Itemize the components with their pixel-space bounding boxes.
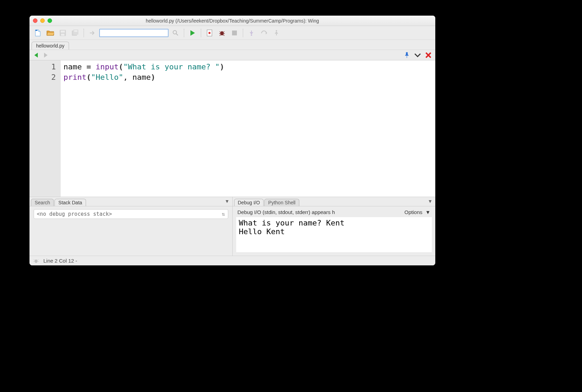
function-token: input (96, 62, 119, 71)
panel-menu-icon[interactable]: ▼ (428, 198, 433, 204)
nav-back-button[interactable] (34, 52, 38, 58)
svg-point-10 (208, 32, 211, 34)
string-token: "Hello" (91, 73, 123, 82)
pin-icon[interactable] (404, 52, 410, 58)
debug-io-description: Debug I/O (stdin, stdout, stderr) appear… (238, 209, 335, 215)
run-button[interactable] (187, 28, 198, 38)
svg-line-8 (176, 34, 178, 35)
save-all-button[interactable] (70, 28, 81, 38)
paren-token: ( (86, 73, 91, 82)
toolbar-separator (243, 29, 243, 37)
svg-line-16 (220, 35, 221, 36)
tab-search[interactable]: Search (31, 199, 54, 206)
svg-point-20 (276, 30, 277, 32)
breakpoint-button[interactable] (204, 28, 215, 38)
svg-point-19 (251, 34, 252, 36)
stack-frame-select[interactable]: <no debug process stack> ⇅ (34, 209, 228, 219)
bug-icon[interactable] (33, 258, 39, 264)
close-window-button[interactable] (33, 18, 37, 23)
svg-rect-2 (61, 31, 65, 33)
toolbar-separator (84, 29, 84, 37)
zoom-window-button[interactable] (48, 18, 52, 23)
line-gutter: 1 2 (29, 60, 61, 197)
comma-token: , (123, 73, 132, 82)
minimize-window-button[interactable] (40, 18, 45, 23)
svg-rect-6 (74, 30, 77, 32)
traffic-lights (33, 18, 52, 23)
dropdown-icon[interactable] (414, 53, 421, 57)
svg-line-23 (37, 259, 38, 261)
right-panel: Debug I/O Python Shell ▼ Debug I/O (stdi… (232, 197, 436, 256)
string-token: "What is your name? " (123, 62, 220, 71)
toolbar-separator (184, 29, 184, 37)
code-line: name = input("What is your name? ") (63, 62, 433, 72)
updown-icon: ⇅ (222, 211, 225, 217)
code-content[interactable]: name = input("What is your name? ")print… (61, 60, 435, 197)
document-tab[interactable]: helloworld.py (32, 42, 69, 50)
debug-io-output[interactable]: What is your name? Kent Hello Kent (236, 217, 432, 252)
goto-definition-button[interactable] (87, 28, 98, 38)
app-window: helloworld.py (/Users/leekent/Dropbox/Te… (29, 16, 435, 265)
left-panel-tabs: Search Stack Data ▼ (29, 197, 232, 206)
close-editor-button[interactable] (426, 52, 431, 58)
tab-debug-io[interactable]: Debug I/O (234, 199, 264, 206)
open-file-button[interactable] (45, 28, 56, 38)
right-panel-tabs: Debug I/O Python Shell ▼ (233, 197, 436, 206)
svg-rect-18 (232, 31, 237, 35)
svg-rect-3 (61, 34, 65, 36)
operator-token: = (82, 62, 96, 71)
step-into-button[interactable] (246, 28, 257, 38)
paren-token: ) (220, 62, 224, 71)
search-input[interactable] (99, 29, 169, 37)
status-bar: Line 2 Col 12 - (29, 256, 435, 265)
svg-point-21 (35, 259, 37, 263)
new-file-button[interactable] (32, 28, 43, 38)
editor-nav-bar (29, 50, 435, 60)
bottom-panels: Search Stack Data ▼ <no debug process st… (29, 197, 435, 256)
svg-rect-0 (35, 30, 37, 31)
toolbar-separator (201, 29, 201, 37)
window-title: helloworld.py (/Users/leekent/Dropbox/Te… (29, 18, 435, 24)
left-panel: Search Stack Data ▼ <no debug process st… (29, 197, 232, 256)
left-panel-body: <no debug process stack> ⇅ (29, 206, 232, 256)
debug-button[interactable] (216, 28, 228, 38)
step-over-button[interactable] (258, 28, 269, 38)
editor[interactable]: 1 2 name = input("What is your name? ")p… (29, 60, 435, 197)
nav-forward-button[interactable] (43, 52, 48, 58)
cursor-position: Line 2 Col 12 - (43, 258, 77, 264)
save-button[interactable] (57, 28, 68, 38)
svg-line-17 (223, 35, 224, 36)
right-panel-body: Debug I/O (stdin, stdout, stderr) appear… (233, 206, 436, 256)
panel-menu-icon[interactable]: ▼ (225, 198, 230, 204)
options-button[interactable]: Options ▼ (404, 209, 430, 215)
paren-token: ) (151, 73, 155, 82)
search-button[interactable] (170, 28, 181, 38)
line-number: 1 (29, 62, 56, 72)
svg-line-22 (34, 259, 35, 261)
function-token: print (63, 73, 86, 82)
tab-stack-data[interactable]: Stack Data (54, 199, 86, 206)
debug-io-header: Debug I/O (stdin, stdout, stderr) appear… (234, 208, 434, 216)
stack-placeholder: <no debug process stack> (37, 211, 112, 217)
step-out-button[interactable] (271, 28, 282, 38)
line-number: 2 (29, 72, 56, 83)
toolbar (29, 26, 435, 40)
paren-token: ( (119, 62, 123, 71)
code-line: print("Hello", name) (63, 72, 433, 83)
document-tab-bar: helloworld.py (29, 40, 435, 50)
identifier-token: name (132, 73, 151, 82)
titlebar: helloworld.py (/Users/leekent/Dropbox/Te… (29, 16, 435, 26)
tab-python-shell[interactable]: Python Shell (264, 199, 299, 206)
stop-button[interactable] (229, 28, 240, 38)
identifier-token: name (63, 62, 82, 71)
svg-point-7 (173, 31, 177, 34)
